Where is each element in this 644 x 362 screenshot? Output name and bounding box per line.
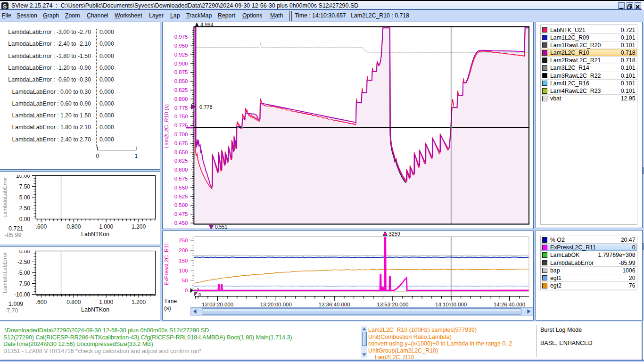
svg-text:2.50: 2.50 bbox=[19, 205, 31, 212]
svg-text:3259: 3259 bbox=[389, 231, 400, 237]
svg-text:0.925: 0.925 bbox=[174, 52, 188, 58]
svg-text:13:36:40.000: 13:36:40.000 bbox=[319, 302, 350, 307]
svg-text:-2.50: -2.50 bbox=[17, 259, 31, 265]
svg-text:-7.50: -7.50 bbox=[17, 280, 31, 287]
svg-text:(s): (s) bbox=[164, 305, 171, 312]
svg-text:0.700: 0.700 bbox=[174, 132, 188, 137]
svg-text:1.000: 1.000 bbox=[99, 299, 113, 305]
svg-text:13:03:20.000: 13:03:20.000 bbox=[202, 302, 233, 307]
svg-text:0.950: 0.950 bbox=[174, 43, 188, 49]
svg-text:0.475: 0.475 bbox=[174, 211, 188, 217]
svg-text:0: 0 bbox=[198, 292, 201, 297]
svg-text:250: 250 bbox=[179, 238, 188, 243]
svg-text:LambdaLabError: LambdaLabError bbox=[2, 177, 8, 217]
svg-text:-85.99: -85.99 bbox=[5, 232, 21, 239]
svg-text:0.675: 0.675 bbox=[174, 140, 188, 146]
svg-text:150: 150 bbox=[179, 258, 188, 263]
svg-text:LabNTKon: LabNTKon bbox=[81, 306, 109, 313]
svg-text:0: 0 bbox=[185, 288, 188, 293]
svg-text:1.200: 1.200 bbox=[132, 299, 146, 305]
svg-text:14:10:00.000: 14:10:00.000 bbox=[435, 302, 467, 307]
svg-text:0.00: 0.00 bbox=[19, 216, 31, 222]
svg-text:13:20:00.000: 13:20:00.000 bbox=[260, 302, 292, 307]
svg-text:0.825: 0.825 bbox=[174, 87, 188, 93]
svg-text:14:26:40.000: 14:26:40.000 bbox=[494, 302, 525, 307]
svg-text:50: 50 bbox=[182, 278, 188, 283]
svg-text:0.775: 0.775 bbox=[174, 105, 188, 111]
svg-text:0.750: 0.750 bbox=[174, 114, 188, 119]
svg-text:-10.00: -10.00 bbox=[14, 291, 30, 298]
svg-text:0: 0 bbox=[96, 153, 99, 159]
svg-text:0.500: 0.500 bbox=[174, 202, 188, 208]
svg-text:0.850: 0.850 bbox=[174, 78, 188, 84]
svg-text:1: 1 bbox=[134, 153, 138, 159]
svg-text:200: 200 bbox=[179, 247, 188, 253]
svg-text:0.525: 0.525 bbox=[174, 194, 188, 199]
svg-text:0.625: 0.625 bbox=[174, 158, 188, 164]
svg-text:0.900: 0.900 bbox=[174, 61, 188, 66]
svg-text:LambdaLabError: LambdaLabError bbox=[2, 252, 8, 293]
svg-text:1.009: 1.009 bbox=[8, 301, 23, 307]
svg-text:0.551: 0.551 bbox=[215, 224, 227, 229]
svg-text:0.778: 0.778 bbox=[199, 104, 213, 110]
svg-text:0.650: 0.650 bbox=[174, 149, 188, 155]
svg-text:0.975: 0.975 bbox=[174, 34, 188, 40]
svg-text:Time: Time bbox=[164, 298, 177, 304]
svg-text:.600: .600 bbox=[36, 299, 47, 305]
svg-text:0.575: 0.575 bbox=[174, 176, 188, 181]
svg-text:-5.00: -5.00 bbox=[17, 270, 31, 276]
svg-text:5.00: 5.00 bbox=[19, 194, 31, 201]
svg-text:1.000: 1.000 bbox=[99, 223, 113, 230]
svg-text:7.50: 7.50 bbox=[19, 183, 31, 190]
svg-text:100: 100 bbox=[179, 268, 188, 273]
svg-text:0.550: 0.550 bbox=[174, 185, 188, 190]
svg-text:0.800: 0.800 bbox=[66, 223, 81, 230]
svg-text:LabNTKon: LabNTKon bbox=[81, 231, 109, 238]
svg-text:0.800: 0.800 bbox=[66, 299, 81, 305]
svg-text:0.721: 0.721 bbox=[8, 225, 23, 232]
svg-text:4.994: 4.994 bbox=[200, 22, 214, 27]
svg-text:13:53:20.000: 13:53:20.000 bbox=[377, 302, 408, 307]
svg-text:1.200: 1.200 bbox=[132, 223, 146, 230]
svg-text:ExPressL2C_R11: ExPressL2C_R11 bbox=[164, 243, 169, 286]
svg-text:0.875: 0.875 bbox=[174, 69, 188, 75]
svg-text:0.800: 0.800 bbox=[174, 96, 188, 102]
svg-text:Lam2L2C_R10 (λ): Lam2L2C_R10 (λ) bbox=[164, 104, 169, 148]
svg-text:-7.70: -7.70 bbox=[5, 307, 18, 314]
svg-text:.600: .600 bbox=[36, 223, 47, 230]
svg-text:0.600: 0.600 bbox=[174, 167, 188, 173]
svg-text:0.450: 0.450 bbox=[174, 220, 188, 226]
